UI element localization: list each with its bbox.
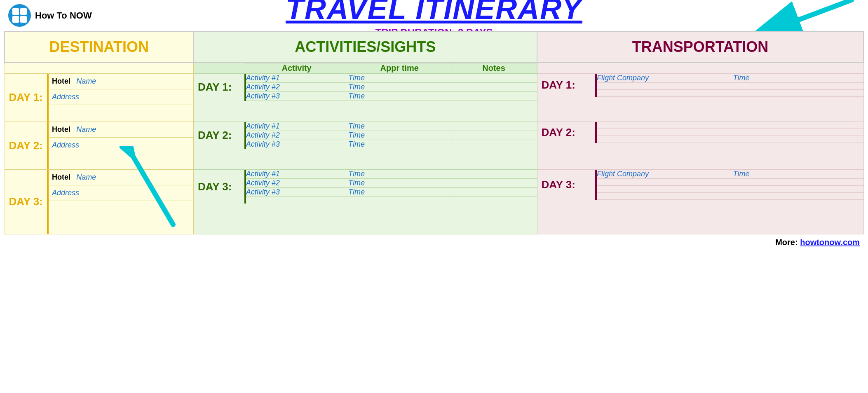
- trans-day3-company: Flight Company: [596, 170, 733, 179]
- act-day2-cell: DAY 2: Activity #1 Time Activity #2 Time: [193, 122, 537, 170]
- act-day3-extra2: [348, 197, 451, 204]
- act-day2-notes3: [451, 140, 537, 149]
- day-3-row: DAY 3: Hotel Name Address: [5, 170, 863, 234]
- trans-sub-empty: [537, 63, 863, 74]
- trans-day1-cell: DAY 1: Flight Company Time: [537, 74, 863, 122]
- act-day2-act3: Activity #3: [245, 140, 348, 149]
- main-layout-table: DESTINATION ACTIVITIES/SIGHTS TRANSPORTA…: [4, 31, 864, 234]
- footer-link[interactable]: howtonow.com: [800, 238, 860, 247]
- notes-col-header: Notes: [451, 63, 537, 73]
- dest-day3-extra2: [49, 218, 193, 234]
- dest-day2-extra: [49, 153, 193, 169]
- act-day1-notes2: [451, 83, 537, 92]
- dest-day1-extra: [49, 105, 193, 122]
- act-day3-act1: Activity #1: [245, 170, 348, 179]
- page-wrapper: How To NOW TRAVEL ITINERARY TRIP DURATIO…: [0, 0, 868, 250]
- trans-day2-empty3b: [733, 136, 863, 143]
- act-day3-act2: Activity #2: [245, 179, 348, 188]
- main-title: TRAVEL ITINERARY: [286, 0, 582, 25]
- dest-day3-extra: [49, 201, 193, 218]
- dest-day1-content: Hotel Name Address: [48, 74, 193, 122]
- act-day2-act1: Activity #1: [245, 122, 348, 131]
- dest-day2-hotel-label: Hotel: [52, 125, 70, 133]
- act-day3-cell: DAY 3: Activity #1 Time Activity #2 Time: [193, 170, 537, 234]
- footer: More: howtonow.com: [0, 234, 868, 250]
- dest-day2-hotel-name: Name: [76, 125, 96, 133]
- trans-day3-cell: DAY 3: Flight Company Time: [537, 170, 863, 234]
- dest-day1-hotel-row: Hotel Name: [49, 74, 193, 89]
- act-day3-extra3: [451, 197, 537, 204]
- header: How To NOW TRAVEL ITINERARY TRIP DURATIO…: [0, 0, 868, 27]
- trans-day2-label: DAY 2:: [537, 122, 596, 143]
- act-day1-time1: Time: [348, 74, 451, 83]
- trans-day3-empty3b: [733, 193, 863, 200]
- trans-day1-empty1b: [733, 83, 863, 90]
- svg-rect-1: [12, 8, 19, 15]
- act-day2-label: DAY 2:: [194, 122, 245, 149]
- dest-day3-cell: DAY 3: Hotel Name Address: [5, 170, 193, 234]
- activity-col-header: Activity: [245, 63, 348, 73]
- dest-day2-address: Address: [52, 141, 79, 149]
- dest-day3-address-row: Address: [49, 185, 193, 201]
- act-day3-extra: [245, 197, 348, 204]
- dest-day2-hotel-row: Hotel Name: [49, 122, 193, 138]
- trans-day3-time: Time: [733, 170, 863, 179]
- destination-header: DESTINATION: [5, 31, 193, 63]
- dest-day1-label: DAY 1:: [5, 74, 48, 122]
- itinerary-wrapper: DESTINATION ACTIVITIES/SIGHTS TRANSPORTA…: [4, 31, 864, 234]
- act-day1-act1: Activity #1: [245, 74, 348, 83]
- trans-day1-empty1: [596, 83, 733, 90]
- trans-day2-empty3: [596, 136, 733, 143]
- trans-day2-empty2b: [733, 129, 863, 136]
- sub-header-row: Activity Appr time Notes: [5, 63, 863, 74]
- dest-day3-hotel-name: Name: [76, 173, 96, 181]
- svg-point-0: [8, 4, 31, 27]
- act-day1-label: DAY 1:: [194, 74, 245, 101]
- dest-day1-address: Address: [52, 93, 79, 101]
- footer-more-label: More:: [775, 238, 798, 247]
- dest-day2-label: DAY 2:: [5, 122, 48, 170]
- dest-day3-hotel-row: Hotel Name: [49, 170, 193, 185]
- dest-day3-content: Hotel Name Address: [48, 170, 193, 234]
- act-sub-empty: [194, 63, 245, 73]
- logo-icon: [8, 4, 31, 27]
- dest-day3-hotel-label: Hotel: [52, 173, 70, 181]
- trans-day2-cell: DAY 2:: [537, 122, 863, 170]
- trans-day1-company: Flight Company: [596, 74, 733, 83]
- trans-day1-time: Time: [733, 74, 863, 83]
- appr-time-col-header: Appr time: [348, 63, 451, 73]
- dest-day1-hotel-label: Hotel: [52, 77, 70, 85]
- trans-day2-empty1: [596, 122, 733, 129]
- trans-day3-empty3: [596, 193, 733, 200]
- act-day1-cell: DAY 1: Activity #1 Time Activity #2 Time: [193, 74, 537, 122]
- svg-rect-2: [20, 8, 27, 15]
- logo-area: How To NOW: [8, 4, 92, 27]
- act-day1-notes1: [451, 74, 537, 83]
- act-day2-notes1: [451, 122, 537, 131]
- trans-day1-label: DAY 1:: [537, 74, 596, 97]
- act-day3-time3: Time: [348, 188, 451, 197]
- act-day3-notes1: [451, 170, 537, 179]
- act-day3-label: DAY 3:: [194, 170, 245, 204]
- dest-day3-label: DAY 3:: [5, 170, 48, 234]
- act-day2-time1: Time: [348, 122, 451, 131]
- trans-day1-empty2b: [733, 90, 863, 97]
- act-day3-time1: Time: [348, 170, 451, 179]
- act-day2-time2: Time: [348, 131, 451, 140]
- act-day2-notes2: [451, 131, 537, 140]
- act-day3-act3: Activity #3: [245, 188, 348, 197]
- dest-day1-hotel-name: Name: [76, 77, 96, 85]
- act-day2-act2: Activity #2: [245, 131, 348, 140]
- act-day1-act3: Activity #3: [245, 92, 348, 101]
- logo-text: How To NOW: [35, 10, 92, 21]
- act-sub-headers: Activity Appr time Notes: [193, 63, 537, 74]
- svg-rect-3: [12, 16, 19, 23]
- trans-day3-empty2b: [733, 186, 863, 193]
- svg-rect-4: [20, 16, 27, 23]
- transportation-header: TRANSPORTATION: [537, 31, 863, 63]
- act-day1-act2: Activity #2: [245, 83, 348, 92]
- day-1-row: DAY 1: Hotel Name Address: [5, 74, 863, 122]
- act-day1-notes3: [451, 92, 537, 101]
- day-2-row: DAY 2: Hotel Name Address: [5, 122, 863, 170]
- act-day3-time2: Time: [348, 179, 451, 188]
